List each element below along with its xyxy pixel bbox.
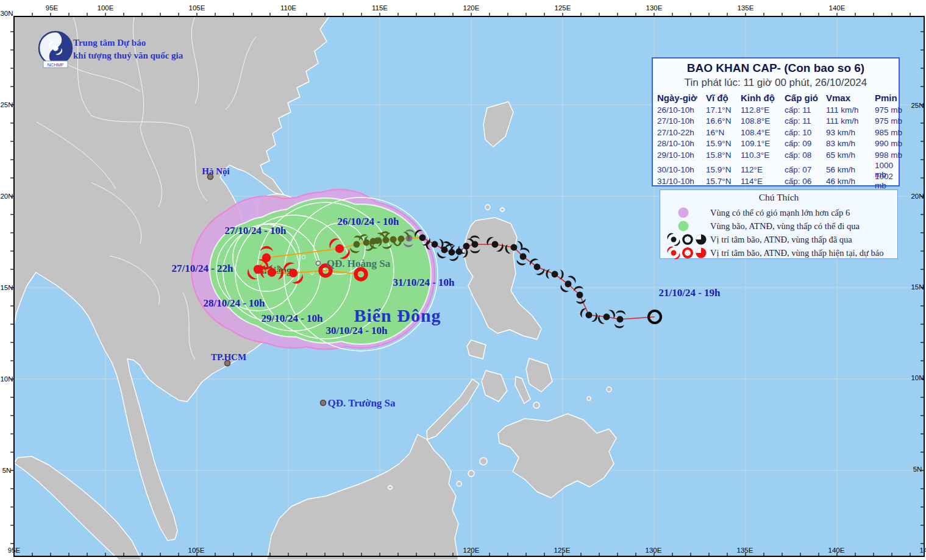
axis-label-top: 100E (98, 4, 114, 12)
forecast-cell: cấp: 07 (785, 165, 826, 174)
forecast-cell: cấp: 10 (785, 128, 826, 137)
forecast-cell: 28/10-10h (657, 139, 706, 148)
track-date-label: 31/10/24 - 10h (393, 277, 454, 289)
forecast-cell: 27/10-10h (657, 116, 706, 126)
place-label: QĐ. Hoàng Sa (327, 258, 390, 270)
axis-label-top: 105E (189, 4, 205, 12)
storm-bulletin-panel: BAO KHAN CAP- (Con bao so 6) Tin phát lú… (652, 57, 900, 186)
legend-item-label: Vị trí tâm bão, ATNĐ, vùng thấp hiện tại… (710, 248, 884, 258)
legend-item-label: Vùng có thể có gió mạnh lớn hơn cấp 6 (710, 208, 850, 218)
purple-area-swatch (666, 207, 710, 219)
islet-marker (316, 261, 321, 266)
forecast-cell: 65 km/h (826, 151, 875, 160)
axis-label-right: 20N (911, 193, 924, 200)
forecast-cell: 998 mb (875, 151, 903, 160)
axis-label-top: 140E (829, 4, 846, 12)
forecast-cell: 29/10-10h (657, 151, 706, 160)
axis-label-top: 135E (738, 4, 754, 12)
axis-label-left: 25N (0, 101, 13, 108)
forecast-cell: 15.9°N (706, 139, 741, 148)
sea-name-label: Biển Đông (354, 305, 441, 326)
forecast-row: 27/10-22h16°N108.4°Ecấp: 1093 km/h985 mb (657, 127, 899, 138)
forecast-cell: 108.8°E (741, 116, 785, 126)
forecast-row: 27/10-10h16.6°N108.8°Ecấp: 11111 km/h975… (657, 116, 899, 127)
axis-label-left: 30N (0, 10, 13, 17)
forecast-cell: 27/10-22h (657, 128, 706, 137)
track-date-label: 26/10/24 - 10h (337, 216, 399, 228)
forecast-cell: 975 mb (875, 116, 903, 126)
axis-label-bottom: 145E (920, 547, 926, 554)
track-date-label: 21/10/24 - 19h (658, 287, 720, 299)
past-position-icons (666, 232, 710, 247)
place-label: TP.HCM (211, 352, 246, 363)
city-marker (321, 400, 326, 406)
forecast-cell: 83 km/h (826, 139, 875, 148)
bulletin-title: BAO KHAN CAP- (Con bao so 6) (653, 62, 899, 75)
forecast-cell: 93 km/h (826, 128, 875, 137)
forecast-cell: 46 km/h (826, 177, 875, 186)
legend-item-strong-wind: Vùng có thể có gió mạnh lớn hơn cấp 6 (666, 206, 850, 219)
axis-label-bottom: 105E (188, 547, 205, 554)
forecast-cell: 112.8°E (741, 105, 785, 115)
place-label: Hà Nội (202, 166, 229, 177)
legend-item-past: Vị trí tâm bão, ATNĐ, vùng thấp đã qua (666, 233, 852, 246)
col-windlevel: Cấp gió (785, 93, 826, 103)
logo-caption: NCHMF (47, 62, 63, 68)
green-area-swatch (666, 220, 710, 232)
axis-label-right: 10N (911, 374, 924, 381)
forecast-cell: 112°E (741, 165, 785, 174)
forecast-cell: 16°N (706, 128, 741, 137)
forecast-cell: 17.1°N (706, 105, 741, 115)
forecast-cell: 31/10-10h (657, 177, 706, 186)
agency-name: Trung tâm Dự báo khí tượng thuỷ văn quốc… (73, 37, 274, 62)
axis-label-top: 125E (555, 4, 571, 12)
forecast-cell: 26/10-10h (657, 105, 706, 115)
agency-name-line1: Trung tâm Dự báo (73, 37, 274, 49)
axis-label-left: 5N (2, 467, 12, 474)
forecast-cell: 16.6°N (706, 116, 741, 126)
current-position-icons (666, 246, 710, 260)
forecast-cell: 56 km/h (826, 165, 875, 174)
bulletin-issued-time: Tin phát lúc: 11 giờ 00 phút, 26/10/2024 (653, 77, 899, 89)
col-vmax: Vmax (826, 93, 875, 103)
axis-label-left: 15N (0, 284, 13, 291)
axis-label-right: 5N (913, 466, 922, 473)
forecast-table: Ngày-giờ Vĩ độ Kinh độ Cấp gió Vmax Pmin… (653, 91, 899, 183)
forecast-row: 29/10-10h15.8°N110.3°Ecấp: 0865 km/h998 … (657, 149, 899, 161)
axis-label-bottom: 120E (463, 547, 480, 554)
axis-label-top: 130E (646, 4, 663, 12)
track-date-label: 28/10/24 - 10h (203, 297, 265, 310)
forecast-cell: 111 km/h (826, 116, 875, 126)
col-lat: Vĩ độ (706, 93, 741, 103)
forecast-row: 28/10-10h15.9°N109.1°Ecấp: 0983 km/h990 … (657, 138, 899, 150)
legend: Chú Thích Vùng có thể có gió mạnh lớn hơ… (660, 190, 898, 259)
legend-item-current-forecast: Vị trí tâm bão, ATNĐ, vùng thấp hiện tại… (666, 246, 884, 260)
axis-label-top: 115E (372, 4, 388, 12)
axis-label-top: 110E (280, 4, 296, 12)
forecast-cell: 111 km/h (826, 105, 875, 115)
forecast-cell: cấp: 11 (785, 105, 826, 115)
track-date-label: 29/10/24 - 10h (261, 313, 322, 325)
axis-label-bottom: 140E (828, 547, 845, 554)
axis-label-top: 120E (463, 4, 480, 12)
col-pmin: Pmin (875, 93, 903, 103)
forecast-cell: 109.1°E (741, 139, 785, 148)
forecast-cell: 975 mb (875, 105, 903, 115)
forecast-cell: 15.9°N (706, 165, 741, 174)
nchmf-logo: NCHMF (38, 30, 73, 69)
forecast-cell: 110.3°E (741, 151, 785, 160)
forecast-row: 26/10-10h17.1°N112.8°Ecấp: 11111 km/h975… (657, 104, 899, 116)
place-label: QĐ. Trường Sa (327, 397, 395, 409)
forecast-cell: 15.8°N (706, 151, 741, 160)
forecast-cell: 990 mb (875, 139, 903, 148)
forecast-table-rows: 26/10-10h17.1°N112.8°Ecấp: 11111 km/h975… (657, 104, 899, 183)
track-date-label: 27/10/24 - 10h (224, 225, 286, 237)
forecast-cell: 15.7°N (706, 177, 741, 186)
col-lon: Kinh độ (741, 93, 785, 103)
forecast-table-header: Ngày-giờ Vĩ độ Kinh độ Cấp gió Vmax Pmin (657, 91, 899, 104)
forecast-cell: cấp: 06 (785, 177, 826, 186)
axis-label-left: 10N (0, 375, 13, 383)
legend-item-label: Vị trí tâm bão, ATNĐ, vùng thấp đã qua (710, 235, 852, 245)
forecast-cell: cấp: 11 (785, 116, 826, 126)
forecast-cell: cấp: 09 (785, 139, 826, 148)
